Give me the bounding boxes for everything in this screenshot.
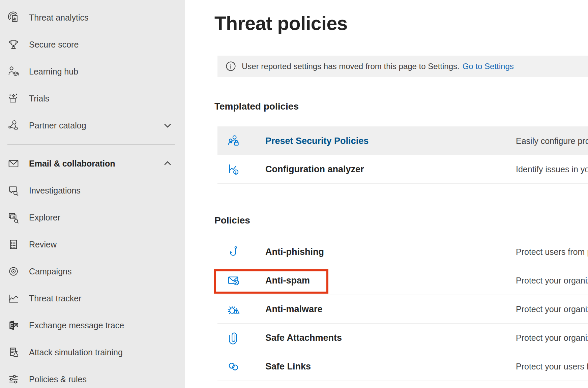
policy-label-anti-malware[interactable]: Anti-malware — [265, 304, 323, 315]
sidebar-item-review[interactable]: Review — [0, 231, 185, 258]
policy-label-anti-phishing[interactable]: Anti-phishing — [265, 247, 324, 257]
sidebar-item-exchange-message-trace[interactable]: Exchange message trace — [0, 312, 185, 339]
sidebar-item-threat-analytics[interactable]: Threat analytics — [0, 4, 185, 31]
sidebar-item-threat-tracker[interactable]: Threat tracker — [0, 285, 185, 312]
sidebar-item-policies-and-rules[interactable]: Policies & rules — [0, 366, 185, 388]
sidebar: Threat analyticsSecure scoreLearning hub… — [0, 0, 185, 388]
policy-row-anti-phishing[interactable]: Anti-phishingProtect users from p — [217, 238, 588, 266]
main-content: Threat policies User reported settings h… — [185, 0, 588, 388]
review-icon — [7, 238, 20, 251]
campaigns-icon — [7, 265, 20, 278]
sidebar-item-investigations[interactable]: Investigations — [0, 177, 185, 204]
sidebar-item-label: Policies & rules — [29, 375, 87, 384]
explorer-icon — [7, 211, 20, 224]
sidebar-item-secure-score[interactable]: Secure score — [0, 31, 185, 58]
section-header-policies: Policies — [214, 215, 250, 226]
threat-tracker-icon — [7, 292, 20, 305]
threat-analytics-icon — [7, 11, 20, 24]
partner-catalog-icon — [7, 119, 20, 132]
sidebar-item-label: Trials — [29, 94, 49, 103]
policy-row-anti-malware[interactable]: Anti-malwareProtect your organiz — [217, 295, 588, 324]
policy-row-anti-spam[interactable]: Anti-spamProtect your organiz — [217, 266, 588, 295]
sidebar-item-explorer[interactable]: Explorer — [0, 204, 185, 231]
sidebar-item-label: Attack simulation training — [29, 348, 123, 357]
sidebar-item-label: Campaigns — [29, 267, 71, 276]
sidebar-divider — [7, 144, 175, 145]
trials-icon — [7, 92, 20, 105]
sidebar-item-partner-catalog[interactable]: Partner catalog — [0, 112, 185, 139]
section-rows-policies: Anti-phishingProtect users from pAnti-sp… — [217, 238, 588, 381]
secure-score-icon — [7, 38, 20, 51]
sidebar-item-label: Explorer — [29, 213, 60, 222]
policy-row-safe-links[interactable]: Safe LinksProtect your users fro — [217, 352, 588, 381]
policy-label-anti-spam[interactable]: Anti-spam — [265, 275, 310, 286]
section-header-templated-policies: Templated policies — [214, 101, 299, 112]
sidebar-item-attack-simulation-training[interactable]: Attack simulation training — [0, 339, 185, 366]
sidebar-item-label: Exchange message trace — [29, 321, 124, 330]
safe-links-icon — [227, 359, 241, 374]
attack-simulation-icon — [7, 346, 20, 359]
policy-description-anti-spam: Protect your organiz — [516, 276, 588, 286]
sidebar-item-label: Partner catalog — [29, 121, 86, 130]
threat-policies-screen: Threat analyticsSecure scoreLearning hub… — [0, 0, 588, 388]
policy-description-configuration-analyzer: Identify issues in you — [516, 165, 588, 174]
policy-description-anti-malware: Protect your organiz — [516, 304, 588, 314]
safe-attachments-icon — [227, 331, 241, 345]
policy-description-preset-security-policies: Easily configure prot — [516, 136, 588, 146]
sidebar-item-learning-hub[interactable]: Learning hub — [0, 58, 185, 85]
sidebar-item-email-and-collaboration[interactable]: Email & collaboration — [0, 150, 185, 177]
go-to-settings-link[interactable]: Go to Settings — [463, 62, 514, 71]
chevron-down-icon[interactable] — [163, 120, 173, 130]
sidebar-item-label: Threat analytics — [29, 13, 88, 23]
policy-label-preset-security-policies[interactable]: Preset Security Policies — [265, 136, 369, 146]
banner-text: User reported settings has moved from th… — [242, 62, 460, 71]
policy-label-safe-attachments[interactable]: Safe Attachments — [265, 333, 342, 343]
chevron-up-icon[interactable] — [163, 158, 173, 169]
policy-row-configuration-analyzer[interactable]: Configuration analyzerIdentify issues in… — [217, 155, 588, 184]
sidebar-item-trials[interactable]: Trials — [0, 85, 185, 112]
sidebar-item-label: Threat tracker — [29, 294, 82, 303]
investigations-icon — [7, 184, 20, 197]
preset-security-icon — [227, 134, 241, 148]
sidebar-item-label: Investigations — [29, 186, 81, 196]
sidebar-item-label: Secure score — [29, 40, 79, 50]
sidebar-item-campaigns[interactable]: Campaigns — [0, 258, 185, 285]
anti-malware-icon — [227, 302, 241, 316]
email-collaboration-icon — [7, 157, 20, 170]
section-rows-templated-policies: Preset Security PoliciesEasily configure… — [217, 126, 588, 184]
sidebar-item-label: Learning hub — [29, 67, 78, 77]
info-icon — [226, 61, 236, 71]
sidebar-item-label: Email & collaboration — [29, 159, 115, 169]
page-title: Threat policies — [214, 12, 348, 34]
policy-description-anti-phishing: Protect users from p — [516, 247, 588, 257]
policy-label-safe-links[interactable]: Safe Links — [265, 361, 311, 372]
policy-description-safe-attachments: Protect your organiz — [516, 333, 588, 343]
anti-phishing-icon — [227, 245, 241, 259]
anti-spam-icon — [227, 273, 241, 288]
policies-rules-icon — [7, 372, 20, 386]
policy-label-configuration-analyzer[interactable]: Configuration analyzer — [265, 164, 364, 175]
policy-row-safe-attachments[interactable]: Safe AttachmentsProtect your organiz — [217, 324, 588, 352]
learning-hub-icon — [7, 65, 20, 78]
sidebar-item-label: Review — [29, 240, 57, 249]
info-banner: User reported settings has moved from th… — [217, 56, 588, 77]
exchange-message-trace-icon — [7, 319, 20, 332]
policy-row-preset-security-policies[interactable]: Preset Security PoliciesEasily configure… — [217, 126, 588, 155]
configuration-analyzer-icon — [227, 162, 241, 176]
policy-description-safe-links: Protect your users fro — [516, 362, 588, 371]
